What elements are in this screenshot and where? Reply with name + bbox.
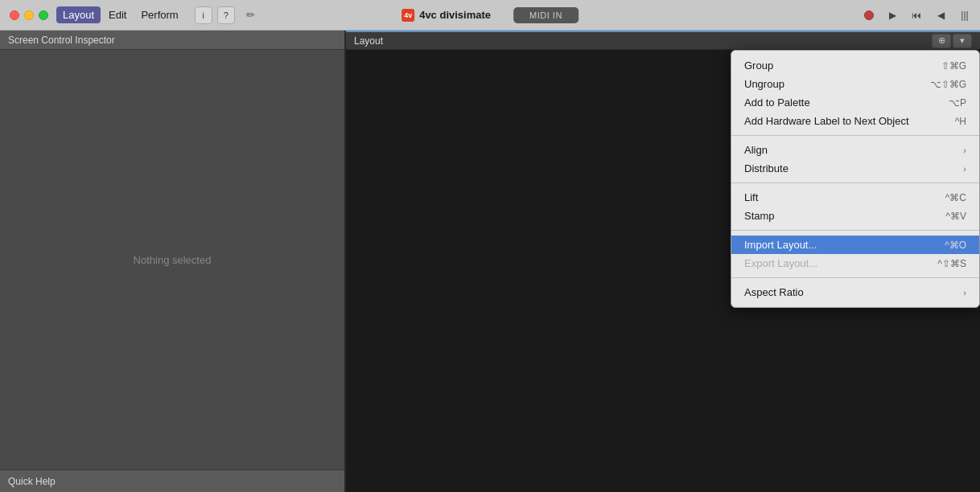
add-palette-shortcut: ⌥P [949,97,966,109]
menu-item-group[interactable]: Group ⇧⌘G [731,56,979,75]
back-button[interactable]: ◀ [935,10,946,21]
menu-item-add-palette[interactable]: Add to Palette ⌥P [731,93,979,112]
align-arrow: › [963,146,966,155]
traffic-lights [0,10,48,20]
import-layout-label: Import Layout... [744,239,817,251]
help-button[interactable]: ? [217,6,235,24]
aspect-ratio-label: Aspect Ratio [744,286,804,298]
titlebar: Layout Edit Perform i ? ✏ 4v 4vc divisim… [0,0,980,31]
quick-help-label: Quick Help [8,476,56,487]
layout-title: Layout [354,35,383,47]
menu-item-export-layout[interactable]: Export Layout... ^⇧⌘S [731,254,979,273]
import-layout-shortcut: ^⌘O [945,240,966,251]
menu-section-4: Import Layout... ^⌘O Export Layout... ^⇧… [731,234,979,274]
separator-1 [731,135,979,136]
maximize-button[interactable] [39,10,48,20]
chevron-down-icon: ▾ [960,35,965,46]
titlebar-icons: i ? ✏ [195,6,262,24]
menu-perform[interactable]: Perform [134,6,184,23]
close-button[interactable] [10,10,19,20]
stamp-shortcut: ^⌘V [945,211,966,222]
menu-item-ungroup[interactable]: Ungroup ⌥⇧⌘G [731,75,979,93]
group-shortcut: ⇧⌘G [941,60,966,72]
distribute-arrow: › [963,164,966,174]
menu-section-1: Group ⇧⌘G Ungroup ⌥⇧⌘G Add to Palette ⌥P… [731,55,979,132]
pencil-icon: ✏ [246,9,255,21]
menu-section-5: Aspect Ratio › [731,281,979,303]
ungroup-label: Ungroup [744,78,784,90]
inspector-content: Nothing selected [0,50,344,469]
titlebar-center: 4v 4vc divisimate MIDI IN [401,7,579,23]
main-area: Screen Control Inspector Nothing selecte… [0,31,980,492]
lift-label: Lift [744,191,758,203]
menu-section-2: Align › Distribute › [731,139,979,179]
right-panel: Layout ⊕ ▾ Group ⇧⌘G Ungroup ⌥⇧⌘G [346,31,980,492]
separator-4 [731,277,979,278]
layout-header-right: ⊕ ▾ [932,34,972,48]
layout-add-button[interactable]: ⊕ [932,34,951,48]
left-panel: Screen Control Inspector Nothing selecte… [0,31,346,492]
bars-icon: ||| [961,10,968,21]
lift-shortcut: ^⌘C [945,192,966,203]
menu-item-add-hardware[interactable]: Add Hardware Label to Next Object ^H [731,112,979,130]
add-palette-label: Add to Palette [744,96,810,109]
menu-edit[interactable]: Edit [102,6,133,23]
menu-item-align[interactable]: Align › [731,141,979,159]
export-layout-label: Export Layout... [744,257,817,269]
midi-in-button[interactable]: MIDI IN [513,7,579,23]
export-layout-shortcut: ^⇧⌘S [937,258,966,269]
layout-header: Layout ⊕ ▾ [346,31,980,50]
nothing-selected-label: Nothing selected [134,254,212,266]
titlebar-right: ▶ ⏮ ◀ ||| [864,10,970,21]
ungroup-shortcut: ⌥⇧⌘G [930,79,966,90]
separator-2 [731,182,979,183]
aspect-ratio-arrow: › [963,288,966,297]
menu-item-aspect-ratio[interactable]: Aspect Ratio › [731,283,979,301]
menu-bar: Layout Edit Perform [56,6,185,23]
play-icon: ▶ [889,10,896,21]
app-title: 4vc divisimate [419,9,491,21]
play-button[interactable]: ▶ [887,10,898,21]
add-hardware-shortcut: ^H [955,116,966,127]
add-hardware-label: Add Hardware Label to Next Object [744,115,909,127]
rewind-icon: ⏮ [912,10,921,21]
context-menu: Group ⇧⌘G Ungroup ⌥⇧⌘G Add to Palette ⌥P… [731,50,980,308]
info-button[interactable]: i [195,6,212,24]
quick-help-footer: Quick Help [0,469,344,492]
menu-layout[interactable]: Layout [56,6,101,23]
inspector-header: Screen Control Inspector [0,31,344,50]
pencil-button[interactable]: ✏ [240,9,262,21]
layout-chevron-button[interactable]: ▾ [953,34,972,48]
group-label: Group [744,59,773,72]
menu-item-stamp[interactable]: Stamp ^⌘V [731,207,979,225]
app-icon: 4v [401,9,414,22]
menu-item-distribute[interactable]: Distribute › [731,159,979,178]
stamp-label: Stamp [744,210,775,222]
menu-section-3: Lift ^⌘C Stamp ^⌘V [731,187,979,227]
menu-item-lift[interactable]: Lift ^⌘C [731,188,979,207]
separator-3 [731,230,979,231]
menu-item-import-layout[interactable]: Import Layout... ^⌘O [731,236,979,254]
align-label: Align [744,144,768,156]
back-icon: ◀ [937,10,945,21]
distribute-label: Distribute [744,162,789,174]
bars-button[interactable]: ||| [959,10,970,21]
inspector-title: Screen Control Inspector [8,35,115,46]
rewind-button[interactable]: ⏮ [911,10,922,21]
plus-icon: ⊕ [938,35,945,46]
record-button[interactable] [864,10,874,20]
info-icon: i [202,10,204,20]
help-icon: ? [224,10,229,20]
minimize-button[interactable] [24,10,34,20]
